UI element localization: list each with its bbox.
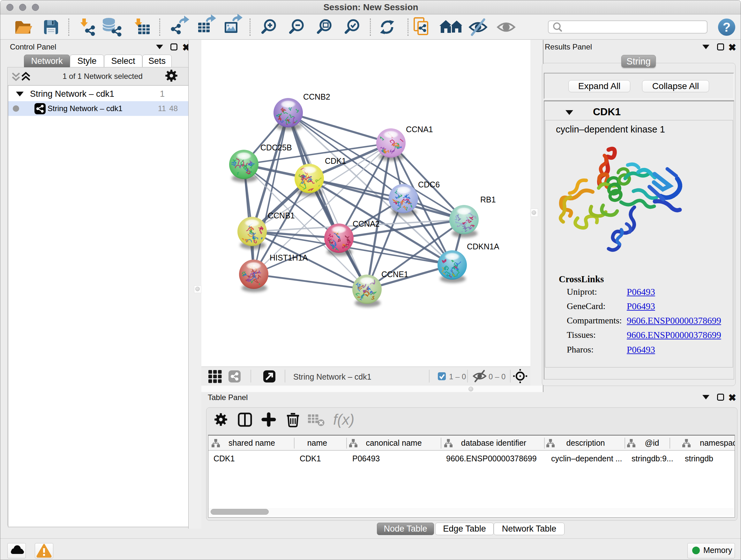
- svg-text:CCNA1: CCNA1: [406, 125, 433, 134]
- svg-text:CDK1: CDK1: [325, 157, 346, 165]
- svg-text:CDKN1A: CDKN1A: [467, 242, 499, 251]
- svg-text:CCNE1: CCNE1: [381, 270, 408, 279]
- svg-text:RB1: RB1: [480, 195, 496, 204]
- svg-text:HIST1H1A: HIST1H1A: [270, 253, 308, 262]
- svg-text:CCNB1: CCNB1: [268, 211, 295, 220]
- svg-text:CCNA2: CCNA2: [353, 219, 380, 228]
- svg-text:CCNB2: CCNB2: [303, 92, 330, 101]
- svg-text:CDC25B: CDC25B: [260, 143, 292, 152]
- svg-text:CDC6: CDC6: [418, 180, 440, 189]
